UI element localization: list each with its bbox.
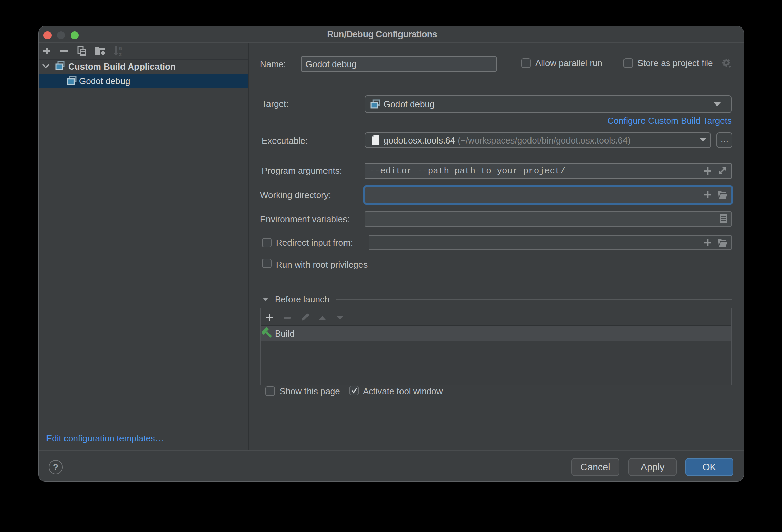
svg-text:z: z (119, 52, 122, 57)
svg-text:a: a (119, 46, 122, 51)
